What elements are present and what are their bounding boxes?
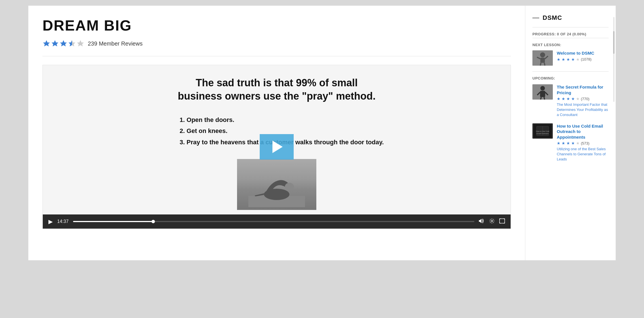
next-lesson-label: NEXT LESSON: — [532, 43, 609, 47]
upcoming-lesson-2-card[interactable]: How to Use Cold Email Outreach How to Us… — [532, 123, 609, 162]
ul2-star-3: ★ — [566, 141, 570, 145]
svg-point-19 — [540, 86, 545, 91]
svg-marker-2 — [60, 40, 67, 46]
next-lesson-title[interactable]: Welcome to DSMC — [557, 50, 609, 56]
next-lesson-thumbnail-image — [532, 50, 553, 66]
star-3 — [59, 40, 67, 48]
svg-line-17 — [544, 63, 545, 66]
upcoming-lesson-1-title[interactable]: The Secret Formula for Pricing — [557, 84, 609, 95]
video-main-text: The sad truth is that 99% of small busin… — [178, 76, 376, 103]
nl-star-2: ★ — [562, 57, 565, 62]
main-content: DREAM BIG — [28, 6, 525, 260]
nl-star-3: ★ — [566, 57, 570, 62]
ul1-star-1: ★ — [557, 96, 560, 101]
progress-label: PROGRESS: 0 OF 24 (0.00%) — [532, 32, 609, 36]
svg-point-7 — [285, 183, 294, 191]
next-lesson-stars: ★ ★ ★ ★ ★ (1078) — [557, 57, 609, 62]
video-time: 14:37 — [57, 219, 69, 224]
upcoming-lesson-1-desc: The Most Important Factor that Determine… — [557, 102, 609, 118]
nl-star-5: ★ — [576, 57, 580, 62]
star-rating — [42, 40, 84, 48]
sidebar-scrollbar-track — [613, 17, 615, 102]
video-thumbnail — [237, 159, 316, 210]
upcoming-lesson-1-card[interactable]: The Secret Formula for Pricing ★ ★ ★ ★ ★… — [532, 84, 609, 118]
svg-line-16 — [540, 63, 541, 66]
sidebar-progress-divider — [532, 38, 609, 38]
ul2-star-5: ★ — [576, 141, 580, 145]
video-play-button[interactable]: ▶ — [48, 218, 53, 225]
sidebar-scrollbar-thumb — [613, 31, 615, 54]
video-container: The sad truth is that 99% of small busin… — [42, 65, 511, 229]
upcoming-lesson-2-title[interactable]: How to Use Cold Email Outreach to Appoin… — [557, 123, 609, 140]
star-4-half — [68, 40, 76, 48]
svg-rect-20 — [540, 91, 545, 97]
video-progress-fill — [73, 221, 153, 222]
thumbnail-image — [237, 159, 316, 210]
page-wrapper: DREAM BIG — [28, 6, 616, 260]
star-2 — [51, 40, 59, 48]
ul2-star-1: ★ — [557, 141, 560, 145]
svg-rect-13 — [540, 58, 545, 63]
upcoming-lesson-1-stars: ★ ★ ★ ★ ★ (770) — [557, 96, 609, 101]
next-lesson-thumb — [532, 50, 553, 66]
svg-line-24 — [544, 97, 545, 100]
svg-text:How to Use Cold: How to Use Cold — [536, 130, 549, 132]
video-fullscreen-button[interactable] — [499, 218, 505, 225]
nl-star-1: ★ — [557, 57, 560, 62]
upcoming-lesson-2-desc: Utilizing one of the Best Sales Channels… — [557, 147, 609, 162]
video-controls: ▶ 14:37 — [43, 214, 511, 229]
upcoming-lesson-1-review-count: (770) — [581, 97, 589, 101]
video-volume-button[interactable] — [479, 218, 485, 225]
video-settings-button[interactable] — [489, 218, 495, 225]
svg-marker-8 — [479, 219, 481, 223]
video-list-item-1: Open the doors. — [187, 114, 384, 126]
upcoming-lesson-2-thumb: How to Use Cold Email Outreach — [532, 123, 553, 139]
upcoming-lesson-2-info: How to Use Cold Email Outreach to Appoin… — [557, 123, 609, 162]
svg-marker-0 — [43, 40, 50, 46]
upcoming-lesson-2-thumbnail: How to Use Cold Email Outreach — [532, 123, 553, 139]
ul1-star-3: ★ — [566, 96, 570, 101]
sidebar-header: DSMC — [532, 14, 609, 22]
nl-star-4: ★ — [571, 57, 575, 62]
sidebar-dash-icon — [532, 18, 539, 18]
star-1 — [42, 40, 50, 48]
play-button[interactable] — [260, 134, 294, 160]
sidebar-mid-divider — [532, 71, 609, 72]
svg-marker-4 — [77, 40, 84, 46]
svg-text:Email Outreach: Email Outreach — [537, 132, 549, 134]
play-triangle-icon — [272, 141, 283, 153]
ul1-star-5: ★ — [576, 96, 580, 101]
header-divider — [42, 56, 511, 56]
ul1-star-2: ★ — [562, 96, 565, 101]
upcoming-label: UPCOMING: — [532, 76, 609, 80]
svg-rect-10 — [500, 219, 505, 223]
ul1-star-4: ★ — [571, 96, 575, 101]
svg-point-12 — [540, 52, 545, 57]
ul2-star-2: ★ — [562, 141, 565, 145]
course-title: DREAM BIG — [42, 17, 511, 34]
svg-marker-1 — [52, 40, 58, 46]
upcoming-lesson-1-thumb — [532, 84, 553, 100]
sidebar-title: DSMC — [543, 14, 562, 22]
svg-line-23 — [541, 97, 541, 100]
sidebar: DSMC PROGRESS: 0 OF 24 (0.00%) NEXT LESS… — [525, 6, 616, 260]
next-lesson-card[interactable]: Welcome to DSMC ★ ★ ★ ★ ★ (1078) — [532, 50, 609, 66]
svg-marker-3 — [69, 40, 75, 46]
rating-row: 239 Member Reviews — [42, 40, 511, 48]
upcoming-lesson-1-info: The Secret Formula for Pricing ★ ★ ★ ★ ★… — [557, 84, 609, 118]
video-progress-bar[interactable] — [73, 221, 474, 222]
upcoming-lesson-2-stars: ★ ★ ★ ★ ★ (573) — [557, 141, 609, 145]
sidebar-top-divider — [532, 27, 609, 27]
upcoming-lesson-1-thumbnail — [532, 84, 553, 100]
upcoming-lesson-2-review-count: (573) — [581, 141, 589, 145]
svg-point-9 — [491, 220, 493, 222]
star-5-empty — [76, 40, 84, 48]
review-count: 239 Member Reviews — [88, 40, 142, 47]
video-progress-dot — [152, 220, 155, 223]
ul2-star-4: ★ — [571, 141, 575, 145]
next-lesson-info: Welcome to DSMC ★ ★ ★ ★ ★ (1078) — [557, 50, 609, 63]
next-lesson-review-count: (1078) — [581, 57, 592, 61]
